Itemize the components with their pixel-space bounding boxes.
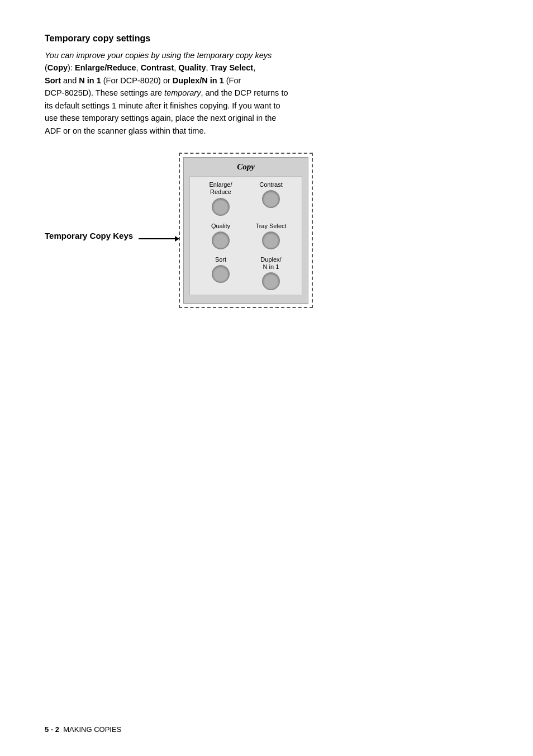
- btn-label-tray-select: Tray Select: [255, 223, 286, 230]
- arrow-line: [139, 238, 179, 239]
- btn-group-duplex-n-in-1: Duplex/N in 1: [249, 256, 293, 290]
- btn-group-tray-select: Tray Select: [249, 223, 293, 249]
- page-number: 5 - 2: [45, 725, 59, 734]
- btn-label-sort: Sort: [215, 256, 226, 263]
- button-row-1: Enlarge/Reduce Contrast: [196, 181, 296, 215]
- btn-label-quality: Quality: [211, 223, 230, 230]
- btn-group-quality: Quality: [198, 223, 243, 249]
- page-content: Temporary copy settings You can improve …: [0, 0, 533, 353]
- btn-group-contrast: Contrast: [249, 181, 293, 215]
- section-title: Temporary copy settings: [45, 34, 488, 44]
- intro-paragraph: You can improve your copies by using the…: [45, 49, 488, 137]
- btn-duplex-n-in-1[interactable]: [262, 272, 280, 290]
- button-row-3: Sort Duplex/N in 1: [196, 256, 296, 290]
- temp-copy-keys-label: Temporary Copy Keys: [45, 231, 133, 240]
- intro-italic: You can improve your copies by using the…: [45, 51, 272, 60]
- btn-tray-select[interactable]: [262, 231, 280, 249]
- btn-contrast[interactable]: [262, 190, 280, 208]
- btn-label-contrast: Contrast: [259, 181, 283, 188]
- btn-label-duplex-n-in-1: Duplex/N in 1: [260, 256, 281, 271]
- copy-panel-inner: Enlarge/Reduce Contrast Quality: [189, 176, 302, 295]
- footer-section: MAKING COPIES: [63, 725, 121, 734]
- diagram-area: Temporary Copy Keys Copy Enlarge/Reduce: [45, 153, 488, 308]
- btn-group-enlarge-reduce: Enlarge/Reduce: [198, 181, 243, 215]
- dashed-box: Copy Enlarge/Reduce Contrast: [179, 153, 313, 308]
- btn-quality[interactable]: [212, 231, 230, 249]
- copy-bold: Copy: [47, 63, 68, 72]
- btn-enlarge-reduce[interactable]: [212, 198, 230, 216]
- dashed-box-container: Copy Enlarge/Reduce Contrast: [179, 153, 313, 308]
- btn-label-enlarge-reduce: Enlarge/Reduce: [210, 181, 232, 196]
- copy-panel-title: Copy: [189, 162, 302, 172]
- page-footer: 5 - 2 MAKING COPIES: [45, 725, 121, 734]
- copy-panel: Copy Enlarge/Reduce Contrast: [183, 157, 308, 304]
- button-row-2: Quality Tray Select: [196, 223, 296, 249]
- btn-group-sort: Sort: [198, 256, 243, 290]
- btn-sort[interactable]: [212, 265, 230, 283]
